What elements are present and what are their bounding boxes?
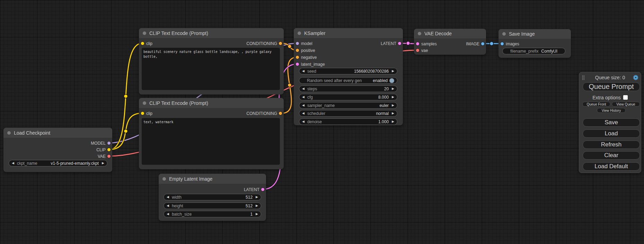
decrement-arrow-icon[interactable]: ◀ [167, 204, 169, 207]
collapse-dot-icon[interactable] [143, 101, 146, 105]
node-ksampler[interactable]: KSampler model LATENT positive negative … [294, 28, 403, 125]
queue-prompt-button[interactable]: Queue Prompt [583, 82, 640, 91]
cfg-widget[interactable]: ◀ cfg 8.000 ▶ [299, 94, 397, 100]
queue-panel-header: ⣿ Queue size: 0 [579, 74, 641, 81]
clip-input-dot[interactable] [141, 112, 144, 115]
decrement-arrow-icon[interactable]: ◀ [302, 87, 305, 90]
sampler-name-widget[interactable]: ◀ sampler_name euler ▶ [299, 102, 397, 109]
queue-front-button[interactable]: Queue Front [582, 102, 610, 107]
decrement-arrow-icon[interactable]: ◀ [167, 196, 169, 199]
node-empty-latent-image[interactable]: Empty Latent Image LATENT ◀ width 512 ▶ … [159, 174, 266, 221]
extra-options-checkbox[interactable] [623, 95, 628, 100]
link-dot-latent[interactable] [406, 42, 410, 45]
batch-size-widget[interactable]: ◀ batch_size 1 ▶ [164, 211, 261, 217]
negative-input-dot[interactable] [296, 56, 299, 59]
denoise-widget[interactable]: ◀ denoise 1.000 ▶ [299, 118, 397, 125]
slot-row: clip CONDITIONING [139, 110, 284, 117]
node-vae-decode[interactable]: VAE Decode samples IMAGE vae [414, 29, 486, 55]
vae-output-dot[interactable] [107, 155, 111, 158]
random-seed-toggle[interactable] [389, 78, 394, 83]
load-button[interactable]: Load [583, 129, 640, 138]
increment-arrow-icon[interactable]: ▶ [392, 112, 394, 115]
node-title-bar[interactable]: KSampler [294, 28, 403, 38]
increment-arrow-icon[interactable]: ▶ [256, 213, 258, 216]
node-save-image[interactable]: Save Image images filename_prefix ComfyU… [499, 29, 571, 58]
view-queue-button[interactable]: View Queue [612, 102, 640, 107]
slot-row-samples: samples IMAGE [414, 40, 486, 47]
collapse-dot-icon[interactable] [7, 131, 11, 135]
decrement-arrow-icon[interactable]: ◀ [302, 70, 305, 73]
save-button[interactable]: Save [583, 118, 640, 127]
increment-arrow-icon[interactable]: ▶ [392, 96, 394, 99]
view-history-button[interactable]: View History [597, 108, 626, 113]
height-widget[interactable]: ◀ height 512 ▶ [164, 202, 261, 209]
collapse-dot-icon[interactable] [418, 32, 421, 35]
width-widget[interactable]: ◀ width 512 ▶ [164, 194, 261, 200]
increment-arrow-icon[interactable]: ▶ [392, 70, 394, 73]
conditioning-output-dot[interactable] [279, 112, 282, 115]
collapse-dot-icon[interactable] [298, 31, 301, 35]
load-default-button[interactable]: Load Default [583, 162, 640, 171]
node-title-bar[interactable]: VAE Decode [414, 29, 486, 38]
increment-arrow-icon[interactable]: ▶ [256, 204, 258, 207]
images-input-dot[interactable] [501, 42, 504, 45]
samples-input-dot[interactable] [416, 42, 419, 45]
node-clip-text-encode-negative[interactable]: CLIP Text Encode (Prompt) clip CONDITION… [139, 98, 284, 169]
collapse-dot-icon[interactable] [162, 177, 166, 181]
increment-arrow-icon[interactable]: ▶ [392, 120, 394, 123]
node-title-bar[interactable]: Empty Latent Image [159, 174, 266, 184]
seed-widget[interactable]: ◀ seed 156680208700286 ▶ [299, 68, 397, 74]
latent-output-dot[interactable] [261, 188, 264, 191]
link-dot-clip-top[interactable] [124, 94, 128, 98]
increment-arrow-icon[interactable]: ▶ [392, 104, 394, 107]
positive-prompt-textarea[interactable]: beautiful scenery nature glass bottle la… [142, 48, 280, 90]
increment-arrow-icon[interactable]: ▶ [102, 162, 104, 165]
collapse-dot-icon[interactable] [143, 31, 146, 35]
clip-input-dot[interactable] [141, 42, 144, 45]
scheduler-widget[interactable]: ◀ scheduler normal ▶ [299, 110, 397, 117]
clear-button[interactable]: Clear [583, 151, 640, 160]
drag-handle-icon[interactable]: ⣿ [582, 74, 585, 81]
decrement-arrow-icon[interactable]: ◀ [302, 96, 305, 99]
link-dot-positive[interactable] [288, 45, 292, 48]
settings-gear-icon[interactable] [633, 75, 638, 80]
node-title-bar[interactable]: Load Checkpoint [3, 128, 112, 138]
node-clip-text-encode-positive[interactable]: CLIP Text Encode (Prompt) clip CONDITION… [139, 28, 284, 94]
latent-output-dot[interactable] [398, 42, 401, 45]
conditioning-output-dot[interactable] [279, 42, 282, 45]
filename-prefix-widget[interactable]: filename_prefix ComfyUI [502, 48, 565, 54]
collapse-dot-icon[interactable] [502, 32, 506, 36]
random-seed-widget[interactable]: Random seed after every gen enabled [299, 77, 397, 84]
clip-output-dot[interactable] [107, 148, 111, 151]
decrement-arrow-icon[interactable]: ◀ [302, 104, 305, 107]
link-dot-clip-bottom[interactable] [124, 129, 128, 133]
node-title: Empty Latent Image [169, 176, 212, 182]
node-title: CLIP Text Encode (Prompt) [149, 30, 208, 36]
image-output-dot[interactable] [481, 42, 484, 45]
decrement-arrow-icon[interactable]: ◀ [302, 112, 305, 115]
model-output-dot[interactable] [107, 142, 111, 145]
latent-image-input-dot[interactable] [296, 63, 299, 66]
steps-widget[interactable]: ◀ steps 20 ▶ [299, 85, 397, 92]
decrement-arrow-icon[interactable]: ◀ [302, 120, 305, 123]
positive-input-dot[interactable] [296, 49, 299, 52]
model-input-dot[interactable] [296, 42, 299, 45]
decrement-arrow-icon[interactable]: ◀ [12, 162, 14, 165]
slot-row: clip CONDITIONING [139, 40, 284, 47]
ckpt-name-widget[interactable]: ◀ ckpt_name v1-5-pruned-emaonly.ckpt ▶ [9, 160, 107, 166]
graph-canvas[interactable]: Load Checkpoint MODEL CLIP VAE ◀ ckpt_na… [0, 0, 644, 244]
extra-options-row: Extra options [579, 94, 641, 100]
increment-arrow-icon[interactable]: ▶ [392, 87, 394, 90]
increment-arrow-icon[interactable]: ▶ [256, 196, 258, 199]
link-dot-image[interactable] [490, 42, 494, 46]
vae-input-dot[interactable] [416, 49, 419, 52]
node-title-bar[interactable]: CLIP Text Encode (Prompt) [139, 28, 284, 38]
slot-row-images: images [499, 40, 571, 47]
negative-prompt-textarea[interactable]: text, watermark [142, 118, 280, 165]
refresh-button[interactable]: Refresh [583, 141, 640, 149]
node-title-bar[interactable]: CLIP Text Encode (Prompt) [139, 98, 284, 108]
link-dot-negative[interactable] [288, 83, 292, 87]
node-title-bar[interactable]: Save Image [499, 29, 571, 39]
node-load-checkpoint[interactable]: Load Checkpoint MODEL CLIP VAE ◀ ckpt_na… [3, 128, 112, 172]
decrement-arrow-icon[interactable]: ◀ [167, 213, 169, 216]
